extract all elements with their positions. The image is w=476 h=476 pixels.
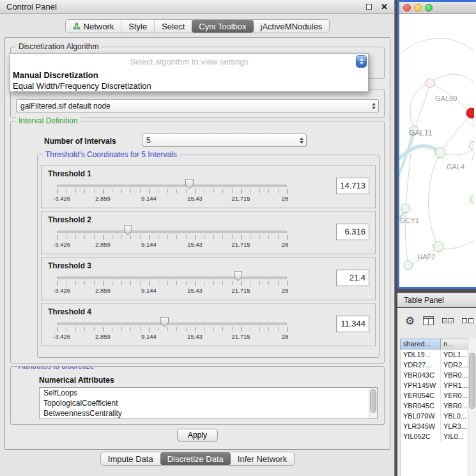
slider-thumb[interactable] <box>234 271 242 281</box>
top-tabstrip: NetworkStyleSelectCyni ToolboxjActiveMNo… <box>0 19 395 33</box>
attribute-list-item[interactable]: BetweennessCentrality <box>40 408 377 418</box>
slider-thumb[interactable] <box>124 225 132 235</box>
minimize-traffic-light-icon[interactable] <box>414 4 422 12</box>
numerical-attributes-label: Numerical Attributes <box>39 376 114 385</box>
dropdown-option-equal-width-frequency[interactable]: Equal Width/Frequency Discretization <box>10 81 368 91</box>
slider-scale-label: -3.426 <box>53 241 70 248</box>
network-view-window: GAL80 GAL11 GAL4 GCY1 HAP2 <box>397 0 476 289</box>
slider-thumb[interactable] <box>160 317 169 327</box>
slider-track <box>57 231 287 233</box>
threshold-slider[interactable]: -3.4262.8599.14415.4321.71528 <box>57 273 287 298</box>
list-scrollbar[interactable] <box>369 388 377 418</box>
tab-impute-data[interactable]: Impute Data <box>101 452 160 465</box>
tab-infer-network[interactable]: Infer Network <box>231 452 294 465</box>
cell-name: YDL1... <box>441 349 468 360</box>
column-header-name[interactable]: n... <box>441 339 468 349</box>
table-row[interactable]: YBR045CYBR0... <box>401 401 468 411</box>
slider-track <box>57 277 287 279</box>
cell-name: YBL0... <box>441 411 468 421</box>
select-all-icon[interactable]: ✓ ✓ <box>442 318 454 323</box>
attribute-list-item[interactable]: SelfLoops <box>40 388 377 398</box>
group-title-thresholds: Threshold's Coordinates for 5 Intervals <box>43 150 180 159</box>
threshold-label: Threshold 1 <box>48 169 91 178</box>
node[interactable] <box>401 204 410 213</box>
slider-scale-label: 21.715 <box>231 195 250 202</box>
table-row[interactable]: YLR345WYLR3... <box>401 421 468 431</box>
threshold-label: Threshold 2 <box>48 215 91 224</box>
table-data-combobox[interactable]: galFiltered.sif default node <box>16 99 379 112</box>
network-graph: GAL80 GAL11 GAL4 GCY1 HAP2 <box>399 14 474 287</box>
algorithm-combobox[interactable]: Select algorithm to view settings <box>10 54 368 70</box>
cell-name: YBR0... <box>441 370 468 380</box>
slider-scale-label: -3.426 <box>53 333 70 340</box>
threshold-value-field[interactable]: 21.4 <box>336 270 369 286</box>
table-row[interactable]: YDL19...YDL1... <box>401 349 468 360</box>
show-columns-icon[interactable] <box>423 316 434 325</box>
table-row[interactable]: YPR145WYPR1... <box>401 380 468 390</box>
table-scrollbar-thumb[interactable] <box>469 353 475 409</box>
deselect-all-icon[interactable] <box>462 318 473 323</box>
table-scrollbar[interactable] <box>468 339 476 476</box>
combo-stepper-button[interactable] <box>356 55 367 68</box>
slider-scale-label: 9.144 <box>141 195 157 202</box>
node[interactable] <box>435 148 445 158</box>
slider-thumb[interactable] <box>185 179 194 189</box>
numerical-attributes-list[interactable]: SelfLoopsTopologicalCoefficientBetweenne… <box>39 387 378 419</box>
bottom-tabs: Impute DataDiscretize DataInfer Network <box>100 452 295 466</box>
slider-major-tick <box>57 189 58 194</box>
checkbox-icon: ✓ <box>442 318 447 323</box>
table-panel-header: Table Panel <box>397 293 476 307</box>
threshold-slider[interactable]: -3.4262.8599.14415.4321.71528 <box>57 181 287 206</box>
node[interactable] <box>469 141 474 150</box>
tab-jactivemnodules[interactable]: jActiveMNodules <box>254 20 330 33</box>
table-row[interactable]: YBL079WYBL0... <box>401 411 468 421</box>
node[interactable] <box>426 79 434 88</box>
node[interactable] <box>470 195 474 204</box>
tab-style[interactable]: Style <box>121 20 154 33</box>
network-icon <box>73 22 81 30</box>
slider-scale-label: 21.715 <box>231 333 250 340</box>
table-row[interactable]: YER054CYER0... <box>401 390 468 401</box>
slider-major-tick <box>149 189 150 194</box>
threshold-panels: Threshold 114.713-3.4262.8599.14415.4321… <box>38 163 379 349</box>
tab-select[interactable]: Select <box>154 20 192 33</box>
cell-shared-name: YBR043C <box>401 370 441 380</box>
threshold-value-field[interactable]: 6.316 <box>336 224 369 240</box>
threshold-slider[interactable]: -3.4262.8599.14415.4321.71528 <box>57 319 287 344</box>
node[interactable] <box>433 242 443 252</box>
slider-scale-label: 15.43 <box>187 333 203 340</box>
table-row[interactable]: YBR043CYBR0... <box>401 370 468 380</box>
cell-shared-name: YBR045C <box>401 401 441 411</box>
float-window-icon[interactable] <box>366 4 372 10</box>
slider-scale: -3.4262.8599.14415.4321.71528 <box>57 333 287 340</box>
slider-major-tick <box>103 327 104 332</box>
cell-name: YLR3... <box>441 421 468 431</box>
close-icon[interactable]: ✕ <box>381 3 388 11</box>
slider-major-tick <box>287 281 288 286</box>
attribute-list-item[interactable]: TopologicalCoefficient <box>40 398 377 408</box>
tab-cyni-toolbox[interactable]: Cyni Toolbox <box>192 20 253 33</box>
table-row[interactable]: YIL052CYIL0... <box>401 431 468 441</box>
threshold-value-field[interactable]: 14.713 <box>336 178 369 194</box>
threshold-value-field[interactable]: 11.344 <box>336 316 369 332</box>
list-scrollbar-thumb[interactable] <box>370 389 376 413</box>
node[interactable] <box>404 261 413 270</box>
zoom-traffic-light-icon[interactable] <box>425 4 433 12</box>
network-window-titlebar[interactable] <box>399 2 476 14</box>
node-selected[interactable] <box>466 108 474 118</box>
threshold-slider[interactable]: -3.4262.8599.14415.4321.71528 <box>57 227 287 252</box>
column-header-shared-name[interactable]: shared... <box>400 339 441 349</box>
dropdown-option-manual-discretization[interactable]: Manual Discretization <box>10 70 368 81</box>
tab-network[interactable]: Network <box>66 20 121 33</box>
network-nodes[interactable] <box>401 79 474 270</box>
number-of-intervals-combobox[interactable]: 5 <box>142 134 307 147</box>
close-traffic-light-icon[interactable] <box>403 4 411 12</box>
tab-discretize-data[interactable]: Discretize Data <box>160 452 231 465</box>
network-canvas[interactable]: GAL80 GAL11 GAL4 GCY1 HAP2 <box>399 14 474 287</box>
gear-icon[interactable]: ⚙ <box>405 316 415 326</box>
table-data-value: galFiltered.sif default node <box>20 102 111 111</box>
interval-definition-group: Interval Definition Number of Intervals … <box>10 121 385 364</box>
table-row[interactable]: YDR27...YDR2... <box>401 360 468 370</box>
apply-button[interactable]: Apply <box>177 429 218 441</box>
threshold-panel: Threshold 321.4-3.4262.8599.14415.4321.7… <box>41 257 376 300</box>
